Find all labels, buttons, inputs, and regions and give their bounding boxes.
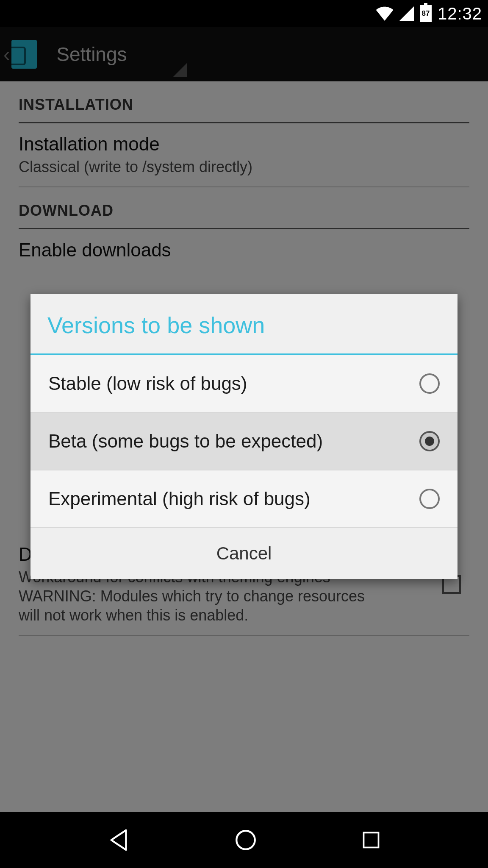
nav-back-icon[interactable] <box>106 828 131 852</box>
battery-icon: 87 <box>420 5 432 22</box>
svg-rect-1 <box>364 833 379 848</box>
nav-recent-icon[interactable] <box>360 829 382 851</box>
cancel-button[interactable]: Cancel <box>30 528 458 579</box>
cellular-signal-icon <box>399 6 414 21</box>
battery-level: 87 <box>421 9 430 18</box>
radio-icon <box>419 431 440 451</box>
wifi-icon <box>376 6 394 21</box>
clock: 12:32 <box>438 4 482 23</box>
svg-point-0 <box>236 831 255 849</box>
option-experimental[interactable]: Experimental (high risk of bugs) <box>30 470 458 528</box>
status-bar: 87 12:32 <box>0 0 488 27</box>
option-beta[interactable]: Beta (some bugs to be expected) <box>30 413 458 470</box>
navigation-bar <box>0 812 488 868</box>
option-label: Stable (low risk of bugs) <box>48 373 247 394</box>
option-stable[interactable]: Stable (low risk of bugs) <box>30 355 458 413</box>
nav-home-icon[interactable] <box>233 828 258 852</box>
radio-icon <box>419 373 440 394</box>
dialog-title: Versions to be shown <box>30 294 458 355</box>
radio-icon <box>419 489 440 509</box>
option-label: Beta (some bugs to be expected) <box>48 431 323 452</box>
versions-dialog: Versions to be shown Stable (low risk of… <box>30 294 458 579</box>
option-label: Experimental (high risk of bugs) <box>48 488 311 509</box>
app-content: ‹ Settings INSTALLATION Installation mod… <box>0 27 488 812</box>
